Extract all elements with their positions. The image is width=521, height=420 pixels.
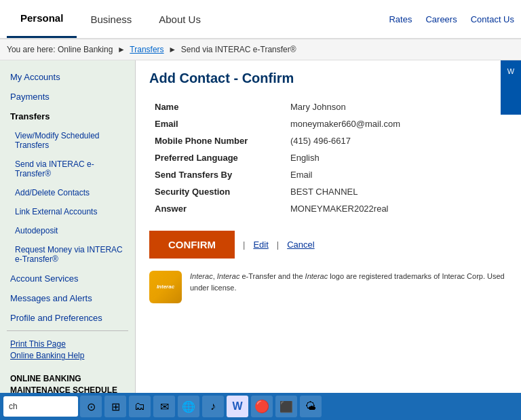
sidebar-item-my-accounts[interactable]: My Accounts <box>0 67 135 87</box>
blue-banner: W <box>501 60 521 115</box>
table-row: Name Mary Johnson <box>149 98 507 115</box>
field-label-send-by: Send Transfers By <box>149 166 285 183</box>
sidebar-print-section: Print This Page Online Banking Help <box>0 334 135 368</box>
taskbar-icon-mail[interactable]: ✉ <box>153 396 175 417</box>
field-label-name: Name <box>149 98 285 115</box>
sidebar-item-request-money[interactable]: Request Money via INTERAC e-Transfer® <box>0 240 135 269</box>
nav-tabs-left: Personal Business About Us <box>7 0 214 38</box>
nav-tab-business[interactable]: Business <box>77 1 145 37</box>
sidebar-item-link-external[interactable]: Link External Accounts <box>0 202 135 221</box>
page-title: Add Contact - Confirm <box>149 71 507 86</box>
field-label-language: Preferred Language <box>149 149 285 166</box>
taskbar: ch ⊙ ⊞ 🗂 ✉ 🌐 ♪ W 🔴 ⬛ 🌤 <box>0 393 521 420</box>
separator-1: | <box>243 240 245 250</box>
taskbar-icon-edge[interactable]: ⬛ <box>275 396 297 417</box>
field-value-email: moneymaker660@mail.com <box>285 115 507 132</box>
table-row: Answer MONEYMAKER2022real <box>149 200 507 217</box>
sidebar-item-send-interac[interactable]: Send via INTERAC e-Transfer® <box>0 155 135 183</box>
nav-link-careers[interactable]: Careers <box>425 14 457 24</box>
interac-disclaimer: Interac, Interac e-Transfer and the Inte… <box>190 271 507 293</box>
taskbar-search-text: ch <box>9 402 18 411</box>
confirm-button[interactable]: CONFIRM <box>149 231 235 259</box>
nav-link-rates[interactable]: Rates <box>389 14 412 24</box>
field-label-phone: Mobile Phone Number <box>149 132 285 149</box>
taskbar-icon-chrome[interactable]: 🔴 <box>251 396 273 417</box>
sidebar-item-view-modify[interactable]: View/Modify Scheduled Transfers <box>0 126 135 155</box>
taskbar-icon-music[interactable]: ♪ <box>202 396 224 417</box>
field-label-answer: Answer <box>149 200 285 217</box>
sidebar-header-transfers: Transfers <box>0 107 135 126</box>
sidebar-item-payments[interactable]: Payments <box>0 87 135 107</box>
sidebar-item-autodeposit[interactable]: Autodeposit <box>0 221 135 240</box>
sidebar-item-account-services[interactable]: Account Services <box>0 269 135 288</box>
nav-tab-personal[interactable]: Personal <box>7 0 77 38</box>
field-label-security: Security Question <box>149 183 285 200</box>
breadcrumb-current: Send via INTERAC e-Transfer® <box>181 45 296 54</box>
separator-2: | <box>277 240 279 250</box>
taskbar-icon-weather[interactable]: 🌤 <box>300 396 322 417</box>
action-row: CONFIRM | Edit | Cancel <box>149 231 507 259</box>
field-value-security: BEST CHANNEL <box>285 183 507 200</box>
interac-section: Interac Interac, Interac e-Transfer and … <box>149 271 507 303</box>
interac-logo: Interac <box>149 271 182 303</box>
field-value-name: Mary Johnson <box>285 98 507 115</box>
table-row: Email moneymaker660@mail.com <box>149 115 507 132</box>
field-value-language: English <box>285 149 507 166</box>
cancel-link[interactable]: Cancel <box>287 240 314 250</box>
sidebar-print-page[interactable]: Print This Page <box>10 339 125 349</box>
table-row: Send Transfers By Email <box>149 166 507 183</box>
top-navigation: Personal Business About Us Rates Careers… <box>0 0 521 39</box>
field-value-answer: MONEYMAKER2022real <box>285 200 507 217</box>
main-layout: My Accounts Payments Transfers View/Modi… <box>0 60 521 419</box>
nav-link-contact[interactable]: Contact Us <box>471 14 514 24</box>
field-label-email: Email <box>149 115 285 132</box>
taskbar-icon-files[interactable]: 🗂 <box>129 396 151 417</box>
contact-info-table: Name Mary Johnson Email moneymaker660@ma… <box>149 98 507 217</box>
sidebar-divider <box>7 330 128 331</box>
main-content: W Add Contact - Confirm Name Mary Johnso… <box>136 60 521 419</box>
field-value-phone: (415) 496-6617 <box>285 132 507 149</box>
sidebar-item-profile[interactable]: Profile and Preferences <box>0 308 135 328</box>
breadcrumb-start: You are here: Online Banking <box>7 45 113 54</box>
table-row: Security Question BEST CHANNEL <box>149 183 507 200</box>
breadcrumb-transfers[interactable]: Transfers <box>130 45 163 54</box>
edit-link[interactable]: Edit <box>253 240 268 250</box>
taskbar-search[interactable]: ch <box>3 396 78 417</box>
taskbar-icon-word[interactable]: W <box>227 396 248 417</box>
nav-tab-about[interactable]: About Us <box>145 1 214 37</box>
sidebar-online-help[interactable]: Online Banking Help <box>10 351 125 360</box>
nav-links-right: Rates Careers Contact Us <box>389 14 514 24</box>
breadcrumb: You are here: Online Banking ► Transfers… <box>0 39 521 60</box>
field-value-send-by: Email <box>285 166 507 183</box>
table-row: Mobile Phone Number (415) 496-6617 <box>149 132 507 149</box>
sidebar: My Accounts Payments Transfers View/Modi… <box>0 60 136 419</box>
taskbar-icon-search[interactable]: ⊙ <box>80 396 102 417</box>
taskbar-icon-grid[interactable]: ⊞ <box>104 396 126 417</box>
table-row: Preferred Language English <box>149 149 507 166</box>
sidebar-item-add-delete[interactable]: Add/Delete Contacts <box>0 183 135 202</box>
sidebar-item-messages[interactable]: Messages and Alerts <box>0 288 135 308</box>
taskbar-icon-browser[interactable]: 🌐 <box>178 396 199 417</box>
